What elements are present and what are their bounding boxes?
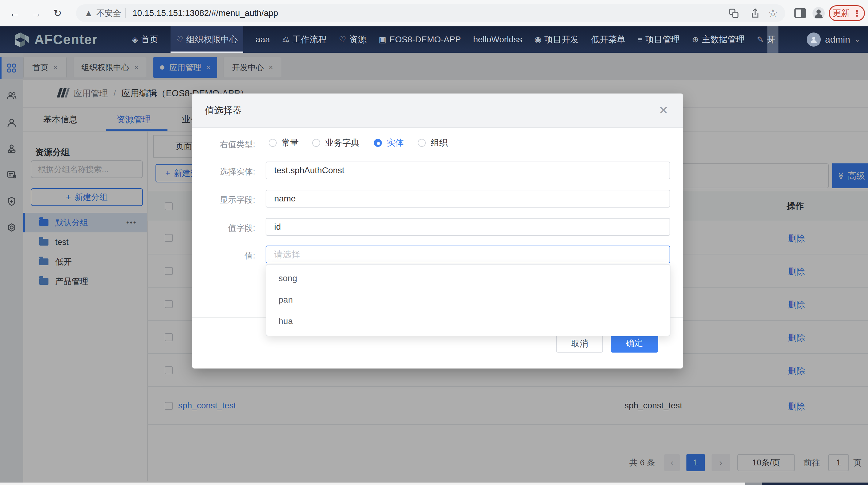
- display-field-label: 显示字段:: [204, 194, 255, 205]
- radio-icon[interactable]: [312, 139, 320, 147]
- target-icon: ◉: [534, 35, 541, 44]
- radio-label: 实体: [387, 137, 404, 149]
- dropdown-option[interactable]: hua: [266, 311, 670, 332]
- nav-item-label: 组织权限中心: [186, 34, 238, 45]
- reload-icon[interactable]: ↻: [49, 0, 67, 26]
- divider: [125, 8, 126, 18]
- home-icon: ◈: [132, 35, 138, 44]
- radio-option[interactable]: 常量: [269, 137, 299, 149]
- update-label: 更新: [832, 7, 849, 19]
- profile-icon[interactable]: [812, 7, 825, 20]
- navbar-menu: ◈首页♡组织权限中心aaa⚖工作流程♡资源▣EOS8-DEMO-APPhello…: [132, 26, 776, 53]
- nav-item[interactable]: 低开菜单: [591, 26, 625, 53]
- back-icon[interactable]: ←: [5, 0, 24, 26]
- nav-item[interactable]: ⊕主数据管理: [692, 26, 745, 53]
- layers-icon: ≡: [638, 35, 642, 44]
- translate-icon[interactable]: [729, 8, 739, 19]
- sidebar-toggle-icon[interactable]: [795, 8, 806, 18]
- right-value-type-radios: 常量业务字典实体组织: [269, 137, 668, 149]
- nav-item-label: 低开菜单: [591, 34, 625, 45]
- nav-item-label: EOS8-DEMO-APP: [389, 35, 461, 44]
- radio-label: 业务字典: [325, 137, 360, 149]
- nav-item-label: 项目开发: [545, 34, 579, 45]
- nav-item-label: aaa: [255, 35, 270, 44]
- heart-icon: ♡: [339, 35, 346, 44]
- confirm-button[interactable]: 确定: [611, 334, 658, 353]
- app-icon: ▣: [379, 35, 386, 44]
- user-menu[interactable]: admin ⌄: [807, 26, 860, 53]
- cancel-button[interactable]: 取消: [556, 334, 603, 353]
- nav-item-label: 工作流程: [292, 34, 327, 45]
- dropdown-option[interactable]: song: [266, 268, 670, 289]
- nav-overflow-chevron-icon[interactable]: ›: [769, 26, 772, 53]
- app-navbar: AFCenter ◈首页♡组织权限中心aaa⚖工作流程♡资源▣EOS8-DEMO…: [0, 26, 868, 53]
- nav-item-label: 首页: [141, 34, 158, 45]
- user-name: admin: [825, 34, 850, 45]
- close-icon[interactable]: ✕: [658, 94, 668, 127]
- nav-item-label: helloWorldss: [473, 35, 522, 44]
- browser-toolbar: ← → ↻ ▲ 不安全 10.15.15.151:13082/#/menu_au…: [0, 0, 868, 26]
- value-field-label: 值字段:: [204, 223, 255, 234]
- nav-item[interactable]: ▣EOS8-DEMO-APP: [379, 26, 461, 53]
- radio-label: 组织: [431, 137, 448, 149]
- nav-item[interactable]: ♡组织权限中心: [170, 26, 243, 53]
- brand-title[interactable]: AFCenter: [34, 26, 97, 53]
- url-bar[interactable]: ▲ 不安全 10.15.15.151:13082/#/menu_auth/app…: [76, 4, 785, 22]
- radio-row-label: 右值类型:: [204, 139, 255, 150]
- afcenter-logo-icon: [13, 31, 31, 48]
- nav-item[interactable]: helloWorldss: [473, 26, 522, 53]
- nav-item[interactable]: ♡资源: [339, 26, 366, 53]
- value-select-input[interactable]: [266, 246, 670, 263]
- entity-label: 选择实体:: [204, 166, 255, 177]
- radio-option[interactable]: 组织: [418, 137, 448, 149]
- forward-icon[interactable]: →: [27, 0, 45, 26]
- radio-icon[interactable]: [269, 139, 277, 147]
- nav-item[interactable]: ◈首页: [132, 26, 158, 53]
- nav-item[interactable]: ◉项目开发: [534, 26, 579, 53]
- dropdown-option[interactable]: pan: [266, 289, 670, 311]
- nav-item[interactable]: ⚖工作流程: [282, 26, 327, 53]
- nav-item-label: 主数据管理: [702, 34, 745, 45]
- browser-menu-icon[interactable]: ⋮: [852, 8, 861, 19]
- bookmark-star-icon[interactable]: ☆: [768, 4, 778, 22]
- entity-input[interactable]: [266, 162, 670, 179]
- workflow-icon: ⚖: [282, 35, 289, 44]
- value-label: 值:: [204, 250, 255, 261]
- url-text: 10.15.15.151:13082/#/menu_auth/app: [132, 4, 278, 22]
- display-field-input[interactable]: [266, 190, 670, 207]
- nav-item[interactable]: aaa: [255, 26, 270, 53]
- screen: ← → ↻ ▲ 不安全 10.15.15.151:13082/#/menu_au…: [0, 0, 868, 485]
- edit-icon: ✎: [757, 35, 764, 44]
- warning-icon: ▲: [84, 4, 93, 22]
- share-icon[interactable]: [750, 8, 761, 19]
- bottom-sliver: [0, 483, 745, 485]
- heart-icon: ♡: [176, 35, 183, 44]
- browser-update-button[interactable]: 更新 ⋮: [829, 5, 865, 21]
- radio-label: 常量: [282, 137, 299, 149]
- radio-option[interactable]: 业务字典: [312, 137, 360, 149]
- value-dropdown: songpanhua: [266, 264, 671, 336]
- dialog-header: 值选择器 ✕: [192, 94, 683, 128]
- bottom-sliver-dark: [762, 483, 868, 485]
- dialog-title: 值选择器: [205, 94, 242, 127]
- nav-item[interactable]: ≡项目管理: [638, 26, 680, 53]
- bottom-sliver-thumb: [745, 483, 762, 485]
- radio-icon[interactable]: [418, 139, 426, 147]
- wrench-icon: ⊕: [692, 35, 699, 44]
- user-avatar: [807, 32, 821, 46]
- chevron-down-icon: ⌄: [855, 36, 860, 43]
- nav-item-label: 资源: [349, 34, 367, 45]
- security-label: 不安全: [96, 4, 121, 22]
- value-field-input[interactable]: [266, 218, 670, 236]
- radio-option[interactable]: 实体: [374, 137, 404, 149]
- radio-icon[interactable]: [374, 139, 382, 147]
- nav-item-label: 项目管理: [645, 34, 680, 45]
